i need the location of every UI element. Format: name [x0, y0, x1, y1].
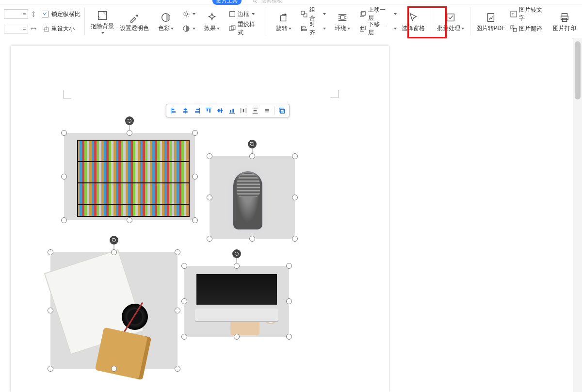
resize-handle[interactable] — [292, 153, 298, 159]
border-button[interactable]: 边框 — [227, 9, 261, 19]
effect-button[interactable]: 效果 — [197, 10, 226, 33]
svg-rect-16 — [302, 29, 307, 31]
resize-handle[interactable] — [127, 217, 132, 223]
move-up-button[interactable]: 上移一层 — [358, 9, 397, 19]
resize-handle[interactable] — [192, 174, 198, 180]
resize-handle[interactable] — [181, 263, 187, 269]
wrap-button[interactable]: 环绕 — [328, 10, 357, 33]
group-icon — [300, 10, 308, 18]
svg-text:T: T — [512, 12, 514, 16]
selected-image-3[interactable] — [50, 252, 178, 369]
rotate-handle[interactable] — [110, 236, 118, 245]
group-label: 组合 — [309, 6, 321, 22]
align-label: 对齐 — [309, 20, 321, 37]
resize-handle[interactable] — [175, 366, 180, 372]
contrast-button[interactable] — [181, 23, 196, 34]
resize-handle[interactable] — [286, 263, 292, 269]
resize-handle[interactable] — [48, 308, 53, 313]
resize-handle[interactable] — [249, 236, 255, 242]
svg-rect-40 — [172, 109, 174, 110]
brightness-button[interactable] — [181, 9, 196, 19]
batch-process-button[interactable]: 批量处理 — [434, 10, 467, 33]
img-translate-button[interactable]: 文 图片翻译 — [509, 23, 549, 34]
resize-handle[interactable] — [181, 334, 187, 340]
align-center-h-button[interactable] — [180, 105, 191, 116]
document-page — [11, 46, 389, 392]
select-pane-button[interactable]: 选择窗格 — [399, 10, 428, 33]
lock-ratio-checkbox[interactable]: 锁定纵横比 — [42, 9, 81, 19]
resize-handle[interactable] — [286, 298, 292, 304]
move-down-button[interactable]: 下移一层 — [358, 23, 397, 34]
vertical-scrollbar[interactable] — [573, 38, 582, 392]
resize-handle[interactable] — [234, 263, 240, 269]
effect-label: 效果 — [204, 25, 216, 32]
equal-size-button[interactable] — [261, 105, 272, 116]
svg-rect-28 — [447, 14, 454, 21]
group-button[interactable]: 组合 — [299, 9, 327, 19]
resize-handle[interactable] — [192, 217, 198, 223]
wrap-label: 环绕 — [335, 25, 346, 32]
reset-style-button[interactable]: 重设样式 — [227, 23, 261, 34]
selected-image-1[interactable] — [64, 133, 195, 220]
svg-rect-47 — [195, 111, 199, 113]
img-print-button[interactable]: 图片打印 — [550, 10, 579, 33]
distribute-h-button[interactable] — [238, 105, 249, 116]
resize-handle[interactable] — [61, 217, 67, 223]
align-right-button[interactable] — [192, 105, 202, 116]
align-middle-v-button[interactable] — [215, 105, 226, 116]
align-button[interactable]: 对齐 — [299, 23, 327, 34]
resize-handle[interactable] — [286, 334, 292, 340]
rotate-handle[interactable] — [248, 140, 257, 148]
selected-image-4[interactable] — [184, 266, 289, 337]
width-spin[interactable] — [4, 24, 28, 33]
scrollbar-thumb[interactable] — [575, 41, 581, 99]
resize-handle[interactable] — [292, 195, 298, 200]
resize-handle[interactable] — [127, 130, 132, 136]
resize-handle[interactable] — [111, 366, 117, 372]
resize-handle[interactable] — [175, 308, 180, 313]
resize-handle[interactable] — [175, 249, 180, 255]
align-top-button[interactable] — [203, 105, 214, 116]
align-left-button[interactable] — [168, 105, 179, 116]
template-search[interactable]: 搜索模板 — [252, 0, 282, 4]
color-button[interactable]: 色彩 — [151, 10, 180, 33]
svg-point-6 — [185, 13, 188, 15]
send-backward-icon — [359, 25, 367, 33]
align-bottom-button[interactable] — [226, 105, 237, 116]
remove-bg-button[interactable]: 抠除背景 — [88, 8, 117, 35]
resize-handle[interactable] — [48, 249, 53, 255]
resize-handle[interactable] — [48, 366, 53, 372]
img-to-pdf-button[interactable]: 图片转PDF — [473, 10, 508, 33]
crop-same-button[interactable] — [276, 105, 287, 116]
resize-handle[interactable] — [111, 249, 117, 255]
resize-handle[interactable] — [61, 130, 67, 136]
bring-forward-icon — [359, 10, 367, 18]
template-search-placeholder: 搜索模板 — [261, 0, 282, 4]
rotate-handle[interactable] — [125, 116, 134, 125]
resize-handle[interactable] — [207, 236, 212, 242]
rotate-handle[interactable] — [232, 249, 241, 258]
selected-image-2[interactable] — [210, 156, 295, 239]
rotate-button[interactable]: 旋转 — [269, 10, 298, 33]
resize-handle[interactable] — [292, 236, 298, 242]
resize-handle[interactable] — [207, 195, 212, 200]
svg-rect-17 — [341, 16, 344, 19]
svg-rect-56 — [232, 109, 234, 113]
height-spin[interactable] — [4, 9, 28, 19]
reset-size-button[interactable]: 重设大小 — [42, 23, 81, 34]
resize-handle[interactable] — [234, 334, 240, 340]
resize-handle[interactable] — [249, 153, 255, 159]
svg-line-1 — [256, 1, 258, 3]
document-workspace[interactable] — [0, 38, 572, 392]
resize-handle[interactable] — [207, 153, 212, 159]
distribute-v-button[interactable] — [250, 105, 260, 116]
resize-handle[interactable] — [192, 130, 198, 136]
eyedropper-icon — [129, 12, 140, 23]
img-to-text-button[interactable]: T 图片转文字 — [509, 9, 549, 19]
img-to-pdf-label: 图片转PDF — [476, 25, 505, 32]
set-transparent-button[interactable]: 设置透明色 — [117, 10, 151, 33]
svg-rect-3 — [45, 28, 48, 32]
resize-handle[interactable] — [61, 174, 67, 180]
resize-handle[interactable] — [181, 298, 187, 304]
width-icon — [30, 25, 37, 32]
